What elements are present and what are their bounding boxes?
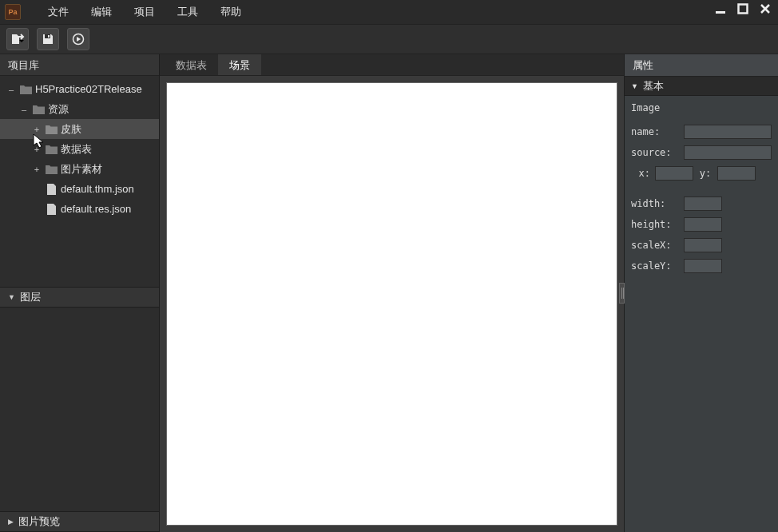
chevron-down-icon: ▼ bbox=[8, 287, 15, 308]
layers-panel[interactable] bbox=[0, 308, 159, 512]
svg-rect-1 bbox=[739, 5, 748, 14]
folder-icon bbox=[32, 104, 45, 115]
tree-item-label: 皮肤 bbox=[61, 122, 81, 137]
basic-section-header[interactable]: ▼ 基本 bbox=[625, 77, 778, 96]
tree-item-label: 图片素材 bbox=[61, 162, 102, 177]
tree-datatable[interactable]: + 教据表 bbox=[0, 139, 159, 159]
object-type-label: Image bbox=[631, 101, 772, 121]
play-button[interactable] bbox=[67, 28, 89, 50]
prop-source-label: source: bbox=[631, 147, 684, 158]
save-icon bbox=[42, 33, 54, 46]
tree-image-material[interactable]: + 图片素材 bbox=[0, 159, 159, 179]
collapse-icon[interactable]: – bbox=[6, 85, 16, 94]
play-icon bbox=[72, 33, 85, 46]
svg-rect-3 bbox=[48, 35, 50, 38]
image-preview-label: 图片预览 bbox=[18, 511, 60, 532]
prop-height-label: height: bbox=[631, 219, 684, 230]
window-minimize-button[interactable] bbox=[711, 2, 730, 16]
tree-item-label: default.res.json bbox=[61, 203, 131, 215]
file-icon bbox=[45, 184, 58, 195]
prop-y-label: y: bbox=[698, 168, 713, 179]
menu-edit[interactable]: 编辑 bbox=[80, 0, 123, 24]
prop-width-label: width: bbox=[631, 198, 684, 209]
tree-item-label: 教据表 bbox=[61, 142, 92, 157]
folder-icon bbox=[45, 144, 58, 155]
prop-name-input[interactable] bbox=[684, 125, 772, 139]
menu-tools[interactable]: 工具 bbox=[166, 0, 209, 24]
prop-scaley-input[interactable] bbox=[684, 259, 722, 273]
tree-skin[interactable]: + 皮肤 bbox=[0, 119, 159, 139]
window-maximize-button[interactable] bbox=[733, 2, 752, 16]
tree-item-label: H5Practice02TRelease bbox=[35, 83, 142, 95]
panel-resize-handle[interactable] bbox=[619, 283, 625, 304]
close-icon bbox=[760, 3, 771, 14]
prop-source-input[interactable] bbox=[684, 145, 772, 160]
minimize-icon bbox=[715, 3, 726, 14]
tree-resources[interactable]: – 资源 bbox=[0, 99, 159, 119]
expand-icon[interactable]: + bbox=[32, 165, 42, 174]
tree-item-label: 资源 bbox=[48, 102, 69, 117]
collapse-icon[interactable]: – bbox=[19, 105, 29, 114]
export-icon bbox=[10, 33, 25, 46]
prop-x-input[interactable] bbox=[655, 166, 693, 181]
save-button[interactable] bbox=[37, 28, 59, 50]
expand-icon[interactable]: + bbox=[32, 125, 42, 134]
properties-header: 属性 bbox=[625, 54, 778, 77]
menu-help[interactable]: 帮助 bbox=[209, 0, 252, 24]
prop-scaley-label: scaleY: bbox=[631, 260, 684, 272]
tree-file-thm[interactable]: default.thm.json bbox=[0, 179, 159, 199]
prop-height-input[interactable] bbox=[684, 217, 722, 232]
prop-name-label: name: bbox=[631, 126, 684, 137]
chevron-down-icon: ▼ bbox=[631, 77, 638, 96]
export-button[interactable] bbox=[6, 28, 29, 50]
layers-header[interactable]: ▼ 图层 bbox=[0, 287, 159, 308]
folder-icon bbox=[45, 164, 58, 175]
window-close-button[interactable] bbox=[756, 2, 775, 16]
tree-root[interactable]: – H5Practice02TRelease bbox=[0, 79, 159, 99]
basic-section-label: 基本 bbox=[643, 77, 664, 96]
expand-icon[interactable]: + bbox=[32, 145, 42, 154]
prop-y-input[interactable] bbox=[717, 166, 756, 181]
center-tabs: 数据表 场景 bbox=[160, 54, 624, 76]
scene-canvas[interactable] bbox=[166, 82, 617, 526]
app-logo: Pa bbox=[5, 4, 21, 20]
tree-item-label: default.thm.json bbox=[61, 183, 134, 195]
layers-label: 图层 bbox=[20, 287, 41, 308]
svg-rect-0 bbox=[716, 11, 725, 14]
project-library-header: 项目库 bbox=[0, 54, 159, 76]
folder-icon bbox=[45, 124, 58, 135]
prop-width-input[interactable] bbox=[684, 197, 722, 211]
project-tree[interactable]: – H5Practice02TRelease – 资源 + 皮肤 + bbox=[0, 76, 159, 287]
folder-icon bbox=[19, 84, 32, 95]
menu-file[interactable]: 文件 bbox=[37, 0, 80, 24]
prop-scalex-input[interactable] bbox=[684, 238, 722, 252]
tab-data[interactable]: 数据表 bbox=[165, 54, 218, 75]
menu-project[interactable]: 项目 bbox=[123, 0, 166, 24]
maximize-icon bbox=[737, 3, 748, 14]
tree-file-res[interactable]: default.res.json bbox=[0, 199, 159, 219]
prop-scalex-label: scaleX: bbox=[631, 240, 684, 251]
prop-x-label: x: bbox=[631, 168, 650, 179]
tab-scene[interactable]: 场景 bbox=[218, 54, 261, 75]
chevron-right-icon: ▶ bbox=[8, 511, 14, 532]
image-preview-header[interactable]: ▶ 图片预览 bbox=[0, 511, 159, 532]
file-icon bbox=[45, 204, 58, 215]
